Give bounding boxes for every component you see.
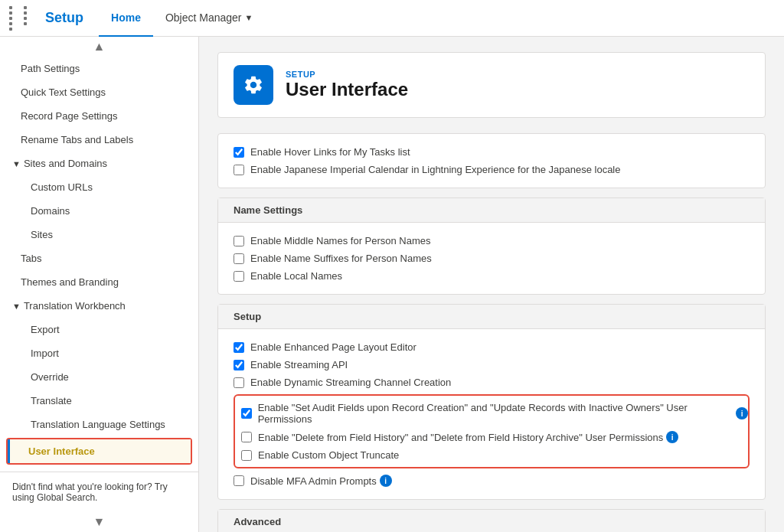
checkbox-delete-from-history-input[interactable] <box>241 432 252 442</box>
sidebar-item-translate[interactable]: Translate <box>0 389 198 413</box>
settings-icon <box>243 74 264 96</box>
checkbox-name-suffixes: Enable Name Suffixes for Person Names <box>234 250 750 267</box>
sidebar-item-quick-text-settings[interactable]: Quick Text Settings <box>0 80 198 104</box>
checkbox-japanese-calendar-label: Enable Japanese Imperial Calendar in Lig… <box>250 164 620 175</box>
checkbox-hover-links: Enable Hover Links for My Tasks list <box>234 143 750 161</box>
sidebar-item-import[interactable]: Import <box>0 341 198 365</box>
sidebar-item-record-page-settings[interactable]: Record Page Settings <box>0 104 198 128</box>
page-header-text: SETUP User Interface <box>286 70 408 100</box>
checkbox-delete-from-history-label: Enable "Delete from Field History" and "… <box>258 432 663 443</box>
checkbox-local-names-input[interactable] <box>234 271 244 282</box>
scroll-down-indicator: ▼ <box>0 512 198 532</box>
checkbox-disable-mfa-label: Disable MFA Admin Prompts <box>250 475 377 487</box>
checkbox-japanese-calendar-input[interactable] <box>234 165 244 175</box>
page-title: User Interface <box>286 79 408 100</box>
top-navigation: Setup Home Object Manager ▼ <box>0 0 784 37</box>
checkbox-local-names: Enable Local Names <box>234 267 750 285</box>
sidebar-item-translation-language-settings[interactable]: Translation Language Settings <box>0 413 198 436</box>
checkbox-delete-from-history: Enable "Delete from Field History" and "… <box>235 428 748 446</box>
sidebar-item-tabs[interactable]: Tabs <box>0 246 198 270</box>
advanced-section-header: Advanced <box>218 510 765 532</box>
sidebar-item-path-settings[interactable]: Path Settings <box>0 57 198 80</box>
app-name: Setup <box>45 10 83 26</box>
sidebar-footer: Didn't find what you're looking for? Try… <box>0 472 198 512</box>
checkbox-disable-mfa-input[interactable] <box>234 475 244 486</box>
checkbox-streaming-api-input[interactable] <box>234 360 244 370</box>
checkbox-enhanced-page-layout-label: Enable Enhanced Page Layout Editor <box>250 341 416 353</box>
sidebar-item-override[interactable]: Override <box>0 365 198 389</box>
info-icon-disable-mfa[interactable]: i <box>380 475 392 487</box>
checkbox-local-names-label: Enable Local Names <box>250 270 342 282</box>
checkbox-name-suffixes-label: Enable Name Suffixes for Person Names <box>250 253 432 264</box>
active-item-box: User Interface <box>6 438 192 465</box>
checkbox-disable-mfa: Disable MFA Admin Prompts i <box>234 472 750 490</box>
top-checkboxes-block: Enable Hover Links for My Tasks list Ena… <box>217 133 766 188</box>
name-settings-body: Enable Middle Names for Person Names Ena… <box>218 223 765 294</box>
checkbox-hover-links-input[interactable] <box>234 147 244 158</box>
checkbox-enhanced-page-layout-input[interactable] <box>234 342 244 353</box>
setup-section-block: Setup Enable Enhanced Page Layout Editor… <box>217 304 766 500</box>
chevron-down-icon: ▼ <box>12 302 21 311</box>
scroll-up-indicator: ▲ <box>0 37 198 57</box>
setup-label: SETUP <box>286 70 408 79</box>
checkbox-japanese-calendar: Enable Japanese Imperial Calendar in Lig… <box>234 161 750 178</box>
nav-tabs: Home Object Manager ▼ <box>99 0 265 37</box>
sidebar-item-user-interface[interactable]: User Interface <box>8 439 191 463</box>
checkbox-custom-object-truncate-label: Enable Custom Object Truncate <box>258 449 399 461</box>
chevron-down-icon: ▼ <box>12 159 21 168</box>
main-content: SETUP User Interface Enable Hover Links … <box>199 37 784 532</box>
name-settings-header: Name Settings <box>218 198 765 223</box>
sidebar-item-export[interactable]: Export <box>0 318 198 341</box>
sidebar-item-themes-and-branding[interactable]: Themes and Branding <box>0 270 198 294</box>
sidebar-item-sites[interactable]: Sites <box>0 223 198 246</box>
chevron-down-icon: ▼ <box>245 13 253 22</box>
sidebar: ▲ Path Settings Quick Text Settings Reco… <box>0 37 199 532</box>
checkbox-custom-object-truncate: Enable Custom Object Truncate <box>235 446 748 464</box>
checkbox-middle-names-input[interactable] <box>234 236 244 246</box>
info-icon-delete-from-history[interactable]: i <box>666 431 678 443</box>
checkbox-set-audit-fields: Enable "Set Audit Fields upon Record Cre… <box>235 399 748 428</box>
checkbox-middle-names: Enable Middle Names for Person Names <box>234 232 750 250</box>
top-checkboxes-body: Enable Hover Links for My Tasks list Ena… <box>218 134 765 188</box>
setup-section-header: Setup <box>218 305 765 329</box>
advanced-section-block: Advanced Enable Extended Mail Merge i Sa… <box>217 509 766 532</box>
sidebar-item-custom-urls[interactable]: Custom URLs <box>0 175 198 199</box>
info-icon-set-audit-fields[interactable]: i <box>736 407 748 419</box>
checkbox-name-suffixes-input[interactable] <box>234 253 244 264</box>
setup-section-body: Enable Enhanced Page Layout Editor Enabl… <box>218 329 765 499</box>
checkbox-set-audit-fields-input[interactable] <box>241 408 252 419</box>
highlighted-checkboxes-group: Enable "Set Audit Fields upon Record Cre… <box>234 394 750 468</box>
sidebar-item-domains[interactable]: Domains <box>0 199 198 223</box>
checkbox-dynamic-streaming: Enable Dynamic Streaming Channel Creatio… <box>234 374 750 391</box>
checkbox-hover-links-label: Enable Hover Links for My Tasks list <box>250 146 410 158</box>
checkbox-middle-names-label: Enable Middle Names for Person Names <box>250 235 431 246</box>
app-grid-icon[interactable] <box>9 6 36 31</box>
page-header-icon-bg <box>234 65 273 105</box>
checkbox-custom-object-truncate-input[interactable] <box>241 450 252 461</box>
name-settings-block: Name Settings Enable Middle Names for Pe… <box>217 197 766 295</box>
tab-home[interactable]: Home <box>99 0 153 37</box>
checkbox-streaming-api-label: Enable Streaming API <box>250 359 348 370</box>
sidebar-item-rename-tabs-labels[interactable]: Rename Tabs and Labels <box>0 128 198 152</box>
main-layout: ▲ Path Settings Quick Text Settings Reco… <box>0 37 784 532</box>
checkbox-streaming-api: Enable Streaming API <box>234 356 750 374</box>
checkbox-dynamic-streaming-label: Enable Dynamic Streaming Channel Creatio… <box>250 377 451 388</box>
sidebar-section-sites-and-domains[interactable]: ▼ Sites and Domains <box>0 152 198 175</box>
page-header: SETUP User Interface <box>217 52 766 118</box>
checkbox-set-audit-fields-label: Enable "Set Audit Fields upon Record Cre… <box>258 402 733 425</box>
sidebar-section-translation-workbench[interactable]: ▼ Translation Workbench <box>0 294 198 318</box>
sidebar-scroll: Path Settings Quick Text Settings Record… <box>0 57 198 472</box>
checkbox-dynamic-streaming-input[interactable] <box>234 377 244 388</box>
tab-object-manager[interactable]: Object Manager ▼ <box>153 0 266 37</box>
checkbox-enhanced-page-layout: Enable Enhanced Page Layout Editor <box>234 338 750 356</box>
